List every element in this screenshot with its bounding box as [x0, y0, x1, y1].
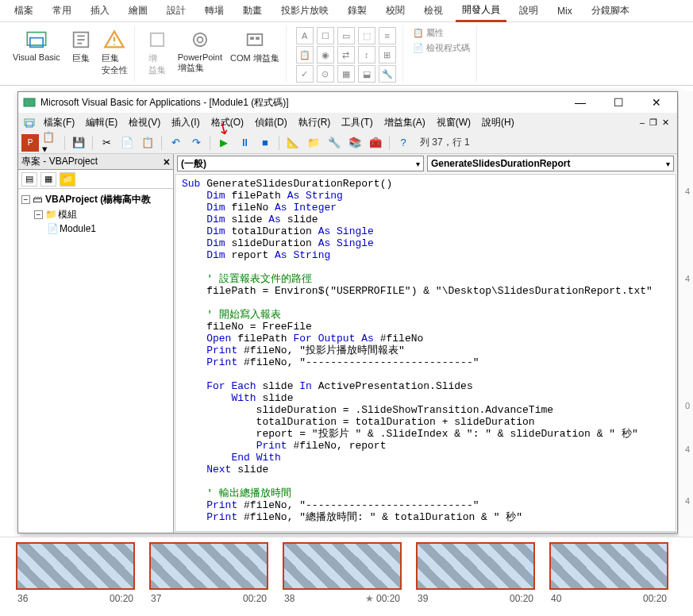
mdi-close[interactable]: ✕ — [662, 117, 669, 128]
minimize-button[interactable]: — — [564, 93, 596, 112]
tb-stop[interactable]: ■ — [256, 134, 274, 152]
tab-record[interactable]: 錄製 — [341, 1, 373, 21]
svg-rect-9 — [24, 98, 35, 106]
svg-rect-3 — [151, 33, 164, 46]
control-btn-7[interactable]: ◉ — [317, 46, 334, 64]
menu-view[interactable]: 檢視(V) — [124, 114, 165, 131]
tab-mix[interactable]: Mix — [551, 2, 579, 20]
control-btn-1[interactable]: A — [296, 27, 314, 44]
tb-insert-module[interactable]: 📋▾ — [42, 134, 60, 152]
tb-copy[interactable]: 📄 — [118, 134, 136, 152]
slide-thumb-38[interactable]: 38★ 00:20 — [283, 542, 402, 611]
tb-browser[interactable]: 📚 — [346, 134, 364, 152]
slide-thumb-36[interactable]: 3600:20 — [16, 542, 135, 611]
control-btn-11[interactable]: ✓ — [296, 65, 314, 83]
right-strip: 4 4 0 4 4 — [679, 91, 693, 536]
view-code-button[interactable]: 📄 檢視程式碼 — [413, 42, 470, 54]
proj-view-object[interactable]: ▦ — [40, 172, 56, 187]
tb-pause[interactable]: ⏸ — [236, 134, 253, 152]
vba-menu-icon — [21, 114, 37, 130]
object-dropdown[interactable]: (一般)▾ — [177, 156, 424, 171]
procedure-dropdown[interactable]: GenerateSlidesDurationReport▾ — [427, 156, 674, 171]
tab-view[interactable]: 檢視 — [418, 1, 449, 21]
tb-cut[interactable]: ✂ — [98, 134, 115, 152]
menu-file[interactable]: 檔案(F) — [39, 114, 79, 131]
control-btn-13[interactable]: ▦ — [337, 65, 355, 83]
tb-help[interactable]: ? — [395, 134, 412, 152]
control-btn-3[interactable]: ▭ — [337, 27, 355, 44]
mdi-restore[interactable]: ❐ — [649, 117, 657, 128]
macros-button[interactable]: 巨集 — [68, 27, 94, 64]
menu-window[interactable]: 視窗(W) — [432, 114, 475, 131]
proj-folder[interactable]: 📁 — [60, 172, 75, 187]
tab-animations[interactable]: 動畫 — [237, 1, 268, 21]
control-btn-6[interactable]: 📋 — [296, 46, 314, 64]
control-btn-8[interactable]: ⇄ — [337, 46, 355, 64]
code-panel: (一般)▾ GenerateSlidesDurationReport▾ Sub … — [174, 154, 677, 533]
menu-tools[interactable]: 工具(T) — [337, 114, 377, 131]
com-addins-button[interactable]: COM 增益集 — [230, 27, 279, 64]
project-tree[interactable]: −🗃VBAProject (楊梅高中教 −📁模組 📄Module1 — [18, 189, 173, 533]
control-btn-5[interactable]: ≡ — [379, 27, 396, 44]
code-editor[interactable]: Sub GenerateSlidesDurationReport() Dim f… — [175, 174, 676, 532]
close-button[interactable]: ✕ — [641, 93, 672, 112]
control-btn-9[interactable]: ↕ — [358, 46, 375, 64]
tab-draw[interactable]: 繪圖 — [122, 1, 154, 21]
tab-transitions[interactable]: 轉場 — [198, 1, 230, 21]
tab-review[interactable]: 校閱 — [379, 1, 411, 21]
tb-project[interactable]: 📁 — [305, 134, 322, 152]
addins-label: 增 益集 — [148, 52, 166, 76]
project-close-icon[interactable]: × — [164, 156, 170, 168]
slide-thumb-40[interactable]: 4000:20 — [549, 542, 668, 611]
tb-properties[interactable]: 🔧 — [325, 134, 343, 152]
control-btn-12[interactable]: ⊙ — [317, 65, 334, 83]
menu-run[interactable]: 執行(R) — [294, 114, 336, 131]
control-btn-4[interactable]: ⬚ — [358, 27, 375, 44]
menu-edit[interactable]: 編輯(E) — [81, 114, 122, 131]
tb-undo[interactable]: ↶ — [167, 134, 184, 152]
vba-titlebar[interactable]: Microsoft Visual Basic for Applications … — [18, 92, 677, 113]
control-btn-2[interactable]: ☐ — [317, 27, 334, 44]
tb-redo[interactable]: ↷ — [187, 134, 205, 152]
maximize-button[interactable]: ☐ — [603, 93, 634, 112]
tab-help[interactable]: 說明 — [513, 1, 545, 21]
addins-icon — [144, 27, 170, 52]
star-icon: ★ — [365, 593, 376, 604]
tb-run[interactable]: ↘▶ — [215, 134, 233, 152]
tab-insert[interactable]: 插入 — [84, 1, 116, 21]
macro-security-button[interactable]: 巨集 安全性 — [102, 27, 128, 76]
slide-thumb-39[interactable]: 3900:20 — [416, 542, 535, 611]
proj-view-code[interactable]: ▤ — [21, 172, 37, 187]
tb-paste[interactable]: 📋 — [139, 134, 156, 152]
mdi-minimize[interactable]: – — [640, 117, 645, 128]
svg-point-4 — [194, 33, 206, 46]
macros-label: 巨集 — [72, 52, 90, 64]
visual-basic-button[interactable]: Visual Basic — [13, 27, 60, 62]
menu-debug[interactable]: 偵錯(D) — [250, 114, 292, 131]
menu-help[interactable]: 說明(H) — [477, 114, 519, 131]
tab-home[interactable]: 常用 — [46, 1, 78, 21]
properties-button[interactable]: 📋 屬性 — [413, 27, 470, 39]
control-btn-10[interactable]: ⊞ — [379, 46, 396, 64]
control-btn-15[interactable]: 🔧 — [379, 65, 396, 83]
tab-storyboard[interactable]: 分鏡腳本 — [585, 1, 636, 21]
tb-ppt-icon[interactable]: P — [21, 134, 39, 152]
control-btn-14[interactable]: ⬓ — [358, 65, 375, 83]
project-explorer: 專案 - VBAProject × ▤ ▦ 📁 −🗃VBAProject (楊梅… — [18, 154, 174, 533]
tb-toolbox[interactable]: 🧰 — [367, 134, 384, 152]
slide-thumb-37[interactable]: 3700:20 — [149, 542, 268, 611]
tab-design[interactable]: 設計 — [160, 1, 192, 21]
svg-rect-8 — [256, 37, 260, 40]
tab-developer[interactable]: 開發人員 — [456, 0, 506, 22]
vba-title: Microsoft Visual Basic for Applications … — [40, 96, 564, 110]
menu-addins[interactable]: 增益集(A) — [379, 114, 430, 131]
tb-design[interactable]: 📐 — [284, 134, 302, 152]
ppt-addins-button[interactable]: PowerPoint 增益集 — [178, 27, 222, 74]
tab-slideshow[interactable]: 投影片放映 — [275, 1, 335, 21]
tb-save[interactable]: 💾 — [70, 134, 87, 152]
tab-file[interactable]: 檔案 — [8, 1, 40, 21]
menu-insert[interactable]: 插入(I) — [167, 114, 204, 131]
addins-button[interactable]: 增 益集 — [144, 27, 170, 76]
vba-toolbar: P 📋▾ 💾 ✂ 📄 📋 ↶ ↷ ↘▶ ⏸ ■ 📐 📁 🔧 📚 🧰 ? 列 37… — [18, 132, 677, 154]
gear-icon — [187, 27, 213, 52]
